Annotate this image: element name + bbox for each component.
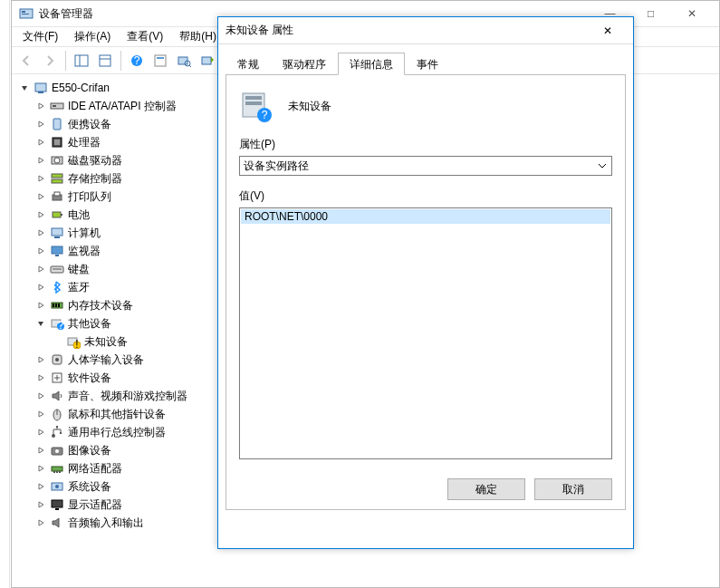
svg-rect-9 [155,55,166,66]
expand-icon[interactable] [34,443,48,458]
expand-icon[interactable] [34,262,48,276]
value-label: 值(V) [239,188,612,204]
expand-icon[interactable] [34,153,48,168]
tree-node-label: 通用串行总线控制器 [68,425,166,440]
close-button[interactable]: ✕ [671,1,712,26]
ok-button[interactable]: 确定 [447,478,525,500]
device-icon: ? [239,88,275,124]
help-button[interactable]: ? [126,50,148,72]
forward-button[interactable] [39,50,61,72]
svg-rect-59 [59,471,61,473]
tab[interactable]: 事件 [405,53,450,75]
menu-item[interactable]: 查看(V) [120,27,170,46]
show-hide-tree-button[interactable] [71,50,92,72]
svg-point-61 [55,485,59,488]
disk-icon [50,153,64,168]
menu-item[interactable]: 帮助(H) [172,27,224,46]
update-driver-button[interactable] [197,50,218,72]
menu-item[interactable]: 文件(F) [15,27,65,46]
svg-rect-5 [100,55,110,66]
svg-point-23 [54,158,60,163]
tree-node-label: 内存技术设备 [68,298,133,313]
expand-icon[interactable] [34,516,48,530]
tree-node-label: IDE ATA/ATAPI 控制器 [68,99,177,114]
expand-icon[interactable] [34,389,48,403]
tab[interactable]: 常规 [226,53,271,75]
expand-icon[interactable] [34,280,48,294]
maximize-button[interactable]: □ [630,1,671,26]
svg-rect-2 [22,14,29,14]
expand-icon[interactable] [34,352,48,367]
tab[interactable]: 驱动程序 [271,53,338,75]
svg-rect-53 [56,426,58,428]
tabstrip: 常规驱动程序详细信息事件 [226,52,626,75]
svg-rect-19 [53,119,61,130]
svg-point-47 [55,358,59,361]
sound-icon [50,389,64,403]
chevron-down-icon [595,159,610,173]
scan-hardware-button[interactable] [173,50,195,72]
cancel-button[interactable]: 取消 [534,478,612,500]
tree-node-label: 电池 [68,207,90,223]
system-icon [50,479,64,494]
expand-icon[interactable] [34,425,48,439]
expand-icon[interactable] [34,135,48,149]
action-button[interactable] [149,50,171,72]
value-listbox[interactable]: ROOT\NET\0000 [239,207,612,459]
memory-icon [50,298,64,313]
expand-icon[interactable] [34,407,48,421]
back-button[interactable] [15,50,37,72]
svg-text:?: ? [262,109,268,121]
tree-node-label: 其他设备 [68,316,111,332]
expand-icon[interactable] [34,479,48,494]
keyboard-icon [50,262,64,276]
property-combobox[interactable]: 设备实例路径 [239,156,612,176]
software-icon [50,371,64,385]
expand-icon[interactable] [34,497,48,512]
tree-node-label: 蓝牙 [68,280,90,295]
svg-rect-1 [22,11,25,13]
collapse-icon[interactable] [17,81,32,95]
device-header: ? 未知设备 [239,88,612,124]
svg-rect-15 [35,83,46,92]
expand-icon[interactable] [34,226,48,240]
tab[interactable]: 详细信息 [338,53,405,75]
expand-icon[interactable] [34,117,48,131]
storage-icon [50,171,64,186]
menu-item[interactable]: 操作(A) [67,27,118,46]
expand-icon[interactable] [34,171,48,186]
imaging-icon [50,443,64,458]
svg-rect-57 [53,471,55,473]
collapse-icon[interactable] [34,316,48,331]
svg-rect-16 [38,92,43,93]
svg-rect-66 [245,101,262,105]
svg-rect-38 [55,304,57,307]
network-icon [50,461,64,476]
expand-icon[interactable] [34,189,48,204]
svg-rect-21 [54,140,60,145]
expand-icon[interactable] [34,244,48,258]
properties-button[interactable] [94,50,116,72]
combobox-value: 设备实例路径 [244,159,309,174]
battery-icon [50,207,64,222]
tree-node-label: 键盘 [68,262,90,277]
dialog-body: 常规驱动程序详细信息事件 ? 未知设备 属性(P) 设备实例路径 值(V) RO… [218,44,633,510]
expand-icon[interactable] [34,99,48,113]
tree-node-label: 计算机 [68,226,101,241]
svg-rect-27 [54,192,60,196]
tree-node-label: 网络适配器 [68,461,122,477]
expand-icon[interactable] [34,461,48,476]
display-icon [50,497,64,512]
expand-icon[interactable] [34,207,48,222]
svg-rect-25 [52,179,62,183]
tree-node-label: 声音、视频和游戏控制器 [68,389,187,404]
svg-point-55 [55,449,59,453]
tree-node-label: 显示适配器 [68,497,122,513]
value-row[interactable]: ROOT\NET\0000 [241,209,610,224]
audio-icon [50,516,64,530]
dialog-close-button[interactable]: ✕ [590,18,626,43]
dialog-titlebar[interactable]: 未知设备 属性 ✕ [218,17,633,44]
expand-icon[interactable] [34,371,48,385]
svg-rect-63 [55,508,59,510]
expand-icon[interactable] [34,298,48,313]
